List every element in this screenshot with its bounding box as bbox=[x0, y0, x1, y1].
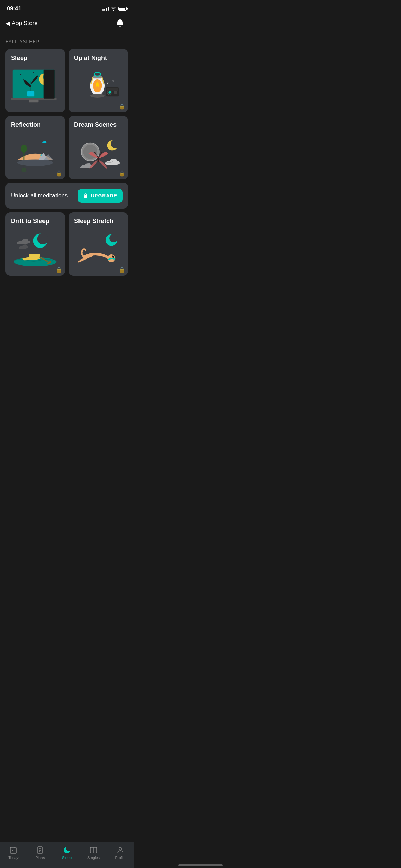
card-up-at-night[interactable]: Up at Night bbox=[69, 49, 128, 112]
section-label-fall-asleep: FALL ASLEEP bbox=[5, 39, 128, 44]
wifi-icon bbox=[111, 7, 116, 11]
svg-text:♪: ♪ bbox=[107, 80, 109, 85]
card-up-at-night-illustration: ♪ ♫ bbox=[74, 64, 123, 107]
svg-point-4 bbox=[33, 72, 34, 73]
lock-icon-reflection: 🔒 bbox=[56, 170, 62, 177]
svg-rect-43 bbox=[84, 195, 87, 198]
svg-point-51 bbox=[109, 234, 118, 242]
svg-rect-11 bbox=[44, 70, 55, 99]
card-sleep-title: Sleep bbox=[11, 55, 60, 62]
upgrade-banner: Unlock all meditations. UPGRADE bbox=[5, 183, 128, 209]
lock-icon-sleep-stretch: 🔒 bbox=[119, 266, 125, 273]
card-reflection-title: Reflection bbox=[11, 121, 60, 129]
svg-rect-23 bbox=[107, 88, 118, 91]
card-sleep-illustration bbox=[11, 64, 60, 107]
battery-icon bbox=[118, 7, 127, 11]
card-dream-scenes[interactable]: Dream Scenes bbox=[69, 116, 128, 179]
svg-rect-2 bbox=[29, 100, 38, 103]
signal-icon bbox=[102, 7, 109, 11]
svg-point-18 bbox=[90, 94, 105, 98]
status-bar: 09:41 bbox=[0, 0, 134, 15]
back-chevron-icon: ◀ bbox=[5, 20, 10, 27]
card-reflection-illustration bbox=[11, 131, 60, 174]
svg-point-3 bbox=[20, 74, 22, 75]
upgrade-button[interactable]: UPGRADE bbox=[78, 189, 123, 203]
status-icons bbox=[102, 7, 127, 11]
svg-rect-9 bbox=[27, 91, 34, 96]
nav-bar: ◀ App Store bbox=[0, 15, 134, 33]
svg-point-38 bbox=[97, 157, 99, 162]
svg-point-42 bbox=[101, 152, 103, 153]
svg-text:♫: ♫ bbox=[112, 79, 114, 82]
svg-point-40 bbox=[94, 152, 96, 153]
status-time: 09:41 bbox=[7, 5, 21, 12]
lock-upgrade-icon bbox=[83, 193, 88, 198]
upgrade-banner-text: Unlock all meditations. bbox=[11, 192, 69, 199]
back-button[interactable]: ◀ App Store bbox=[5, 20, 38, 27]
bell-icon[interactable] bbox=[116, 19, 124, 28]
card-reflection[interactable]: Reflection bbox=[5, 116, 65, 179]
card-dream-scenes-illustration bbox=[74, 131, 123, 174]
svg-point-49 bbox=[37, 233, 48, 244]
card-drift-to-sleep[interactable]: Drift to Sleep bbox=[5, 212, 65, 276]
svg-point-27 bbox=[17, 159, 53, 166]
card-grid-bottom: Drift to Sleep bbox=[5, 212, 128, 276]
svg-point-31 bbox=[21, 167, 26, 172]
card-sleep-stretch-title: Sleep Stretch bbox=[74, 218, 123, 225]
card-sleep-stretch-illustration bbox=[74, 228, 123, 270]
svg-point-22 bbox=[114, 91, 117, 94]
lock-icon-drift-to-sleep: 🔒 bbox=[56, 266, 62, 273]
card-grid-row2: Reflection bbox=[5, 116, 128, 179]
svg-point-29 bbox=[21, 145, 27, 153]
svg-point-37 bbox=[111, 140, 119, 148]
card-grid-row1: Sleep bbox=[5, 49, 128, 112]
lock-icon-up-at-night: 🔒 bbox=[119, 103, 125, 110]
card-up-at-night-title: Up at Night bbox=[74, 55, 123, 62]
svg-point-21 bbox=[108, 91, 111, 94]
lock-icon-dream-scenes: 🔒 bbox=[119, 170, 125, 177]
card-dream-scenes-title: Dream Scenes bbox=[74, 121, 123, 129]
card-sleep[interactable]: Sleep bbox=[5, 49, 65, 112]
card-sleep-stretch[interactable]: Sleep Stretch bbox=[69, 212, 128, 276]
upgrade-button-label: UPGRADE bbox=[91, 193, 117, 198]
svg-rect-45 bbox=[29, 254, 40, 258]
main-content: FALL ASLEEP Sleep bbox=[0, 33, 134, 313]
back-label: App Store bbox=[12, 20, 38, 27]
card-drift-to-sleep-title: Drift to Sleep bbox=[11, 218, 60, 225]
card-drift-to-sleep-illustration bbox=[11, 228, 60, 270]
